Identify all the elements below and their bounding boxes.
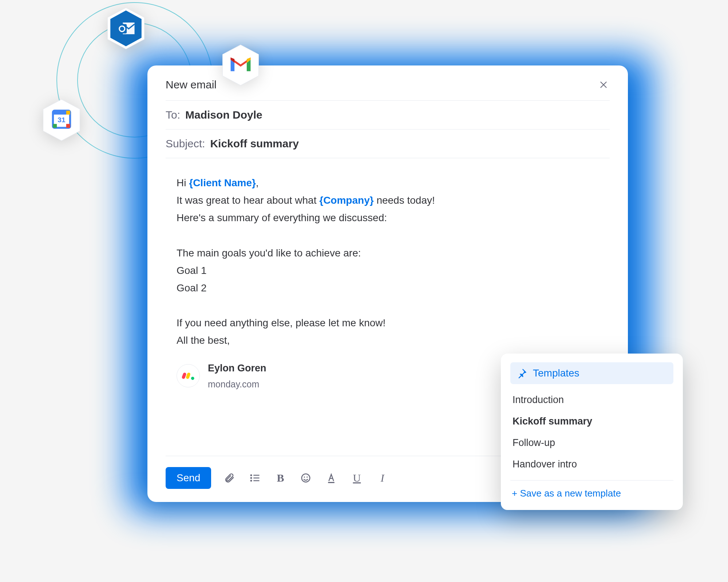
google-calendar-icon: 31 <box>41 98 82 142</box>
svg-point-24 <box>307 477 308 478</box>
to-value: Madison Doyle <box>185 109 262 121</box>
svg-rect-8 <box>66 124 70 128</box>
close-icon <box>599 80 608 89</box>
body-text: , <box>256 177 259 188</box>
template-item-introduction[interactable]: Introduction <box>510 389 673 411</box>
bold-icon: B <box>277 472 284 484</box>
svg-point-17 <box>250 477 252 479</box>
svg-point-23 <box>304 477 305 478</box>
to-field[interactable]: To: Madison Doyle <box>166 100 610 129</box>
underline-button[interactable]: U <box>349 471 364 485</box>
svg-rect-13 <box>182 372 187 379</box>
italic-button[interactable]: I <box>375 471 389 485</box>
save-as-template-button[interactable]: + Save as a new template <box>510 484 673 501</box>
templates-header[interactable]: Templates <box>510 362 673 384</box>
body-text: If you need anything else, please let me… <box>177 314 606 332</box>
body-text: It was great to hear about what <box>177 195 319 206</box>
body-text: Hi <box>177 177 189 188</box>
body-text: Goal 1 <box>177 262 606 279</box>
subject-value: Kickoff summary <box>210 137 298 150</box>
svg-rect-9 <box>53 124 57 128</box>
svg-rect-14 <box>186 372 191 379</box>
text-color-button[interactable] <box>324 471 339 485</box>
gmail-icon <box>221 44 260 87</box>
body-text: Here's a summary of everything we discus… <box>177 209 606 227</box>
body-text: All the best, <box>177 332 606 349</box>
italic-icon: I <box>380 472 384 484</box>
subject-field[interactable]: Subject: Kickoff summary <box>166 129 610 158</box>
signature-company: monday.com <box>208 376 266 392</box>
outlook-icon <box>106 7 146 50</box>
pin-icon <box>517 368 527 378</box>
template-token-company: {Company} <box>319 195 373 206</box>
svg-text:31: 31 <box>58 116 66 124</box>
monday-logo-icon <box>177 364 200 387</box>
signature-name: Eylon Goren <box>208 360 266 376</box>
template-item-handover-intro[interactable]: Handover intro <box>510 454 673 475</box>
send-button[interactable]: Send <box>166 467 211 489</box>
template-token-client: {Client Name} <box>189 177 256 188</box>
underline-icon: U <box>353 472 361 484</box>
compose-title: New email <box>166 79 217 91</box>
templates-header-label: Templates <box>533 367 579 379</box>
attachment-button[interactable] <box>222 471 237 485</box>
text-color-icon <box>326 473 337 483</box>
bold-button[interactable]: B <box>273 471 288 485</box>
emoji-button[interactable] <box>298 471 313 485</box>
subject-label: Subject: <box>166 137 205 150</box>
close-button[interactable] <box>597 79 610 91</box>
svg-point-18 <box>250 480 252 482</box>
body-text: needs today! <box>374 195 435 206</box>
body-text: Goal 2 <box>177 279 606 297</box>
templates-panel: Templates Introduction Kickoff summary F… <box>501 354 683 510</box>
template-item-kickoff-summary[interactable]: Kickoff summary <box>510 411 673 432</box>
emoji-icon <box>300 473 311 483</box>
bullet-list-icon <box>249 473 260 483</box>
template-item-follow-up[interactable]: Follow-up <box>510 432 673 454</box>
to-label: To: <box>166 109 180 121</box>
svg-point-22 <box>302 474 310 482</box>
paperclip-icon <box>224 473 235 483</box>
body-text: The main goals you'd like to achieve are… <box>177 244 606 262</box>
svg-point-15 <box>191 377 194 380</box>
bullet-list-button[interactable] <box>248 471 262 485</box>
divider <box>510 480 673 481</box>
svg-rect-10 <box>66 111 70 115</box>
svg-point-16 <box>250 474 252 476</box>
